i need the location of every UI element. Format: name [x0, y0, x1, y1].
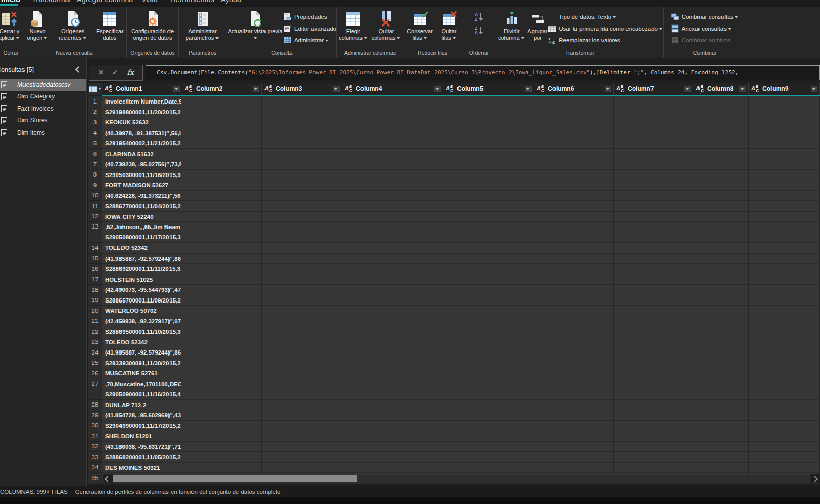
cell-empty[interactable] [182, 347, 262, 358]
cell-empty[interactable] [534, 96, 614, 107]
cell-empty[interactable] [342, 149, 443, 160]
cell-empty[interactable] [262, 316, 342, 327]
cell-empty[interactable] [614, 295, 693, 306]
cell-empty[interactable] [693, 421, 749, 432]
cell-empty[interactable] [262, 107, 342, 118]
cell-empty[interactable] [693, 463, 749, 473]
cell-empty[interactable] [342, 96, 443, 107]
cell-empty[interactable] [443, 358, 534, 369]
row-number[interactable]: 20 [88, 306, 102, 316]
filter-dropdown-button[interactable] [605, 86, 611, 92]
cell-empty[interactable] [342, 285, 443, 295]
column-header-column4[interactable]: ABCColumn4 [342, 83, 443, 95]
cell-empty[interactable] [614, 379, 693, 400]
cell-empty[interactable] [342, 316, 443, 327]
tab-ayuda[interactable]: Ayuda [221, 0, 242, 4]
cell-empty[interactable] [534, 128, 614, 139]
cell-empty[interactable] [342, 212, 443, 222]
cell-empty[interactable] [749, 243, 820, 254]
cell-column1[interactable]: (41.985887, -92.579244)",86,... [102, 347, 182, 358]
row-number[interactable]: 6 [88, 149, 102, 160]
cell-empty[interactable] [614, 180, 693, 191]
cell-empty[interactable] [749, 421, 820, 432]
cell-column1[interactable]: ,70,Muscatine,1701100,DECA...S2905090000… [102, 379, 182, 400]
cell-column1[interactable]: (42.490073, -95.544793)",47,... [102, 285, 182, 295]
configuraci-n-de-origen-de-datos-button[interactable]: Configuración de origen de datos [127, 11, 178, 41]
cell-empty[interactable] [262, 128, 342, 139]
usar-la-primera-fila-como-encabezado-button[interactable]: Usar la primera fila como encabezado [548, 24, 663, 33]
fx-icon[interactable]: fx [127, 69, 134, 77]
cell-empty[interactable] [262, 431, 342, 442]
row-number[interactable]: 8 [88, 170, 102, 181]
cell-empty[interactable] [749, 191, 820, 201]
cell-empty[interactable] [443, 442, 534, 452]
administrar-button[interactable]: Administrar [283, 36, 336, 45]
cell-empty[interactable] [693, 347, 749, 358]
cell-empty[interactable] [693, 128, 749, 139]
cell-empty[interactable] [749, 347, 820, 358]
cell-empty[interactable] [262, 159, 342, 170]
cell-empty[interactable] [182, 285, 262, 295]
cell-empty[interactable] [534, 379, 614, 400]
row-number[interactable]: 18 [88, 285, 102, 295]
row-number[interactable]: 22 [88, 326, 102, 337]
cell-empty[interactable] [182, 149, 262, 160]
cell-column1[interactable]: S28865700001,11/09/2015,2... [102, 295, 182, 306]
cell-empty[interactable] [534, 212, 614, 222]
cell-empty[interactable] [693, 107, 749, 118]
cell-empty[interactable] [262, 358, 342, 369]
sort-descending-button[interactable]: ZA [475, 26, 484, 35]
cell-column1[interactable]: KEOKUK 52632 [102, 117, 182, 128]
cell-empty[interactable] [614, 347, 693, 358]
cell-empty[interactable] [693, 316, 749, 327]
cell-empty[interactable] [342, 222, 443, 243]
cell-empty[interactable] [443, 107, 534, 118]
cell-column1[interactable]: TOLEDO 52342 [102, 337, 182, 348]
column-header-column6[interactable]: ABCColumn6 [534, 83, 614, 95]
cell-empty[interactable] [182, 159, 262, 170]
cell-empty[interactable] [614, 274, 693, 285]
cell-empty[interactable] [693, 149, 749, 160]
cell-empty[interactable] [749, 400, 820, 411]
cell-column1[interactable]: SHELDON 51201 [102, 431, 182, 442]
cell-empty[interactable] [693, 431, 749, 442]
cell-empty[interactable] [749, 431, 820, 442]
cell-empty[interactable] [182, 201, 262, 212]
cell-empty[interactable] [749, 452, 820, 463]
cell-empty[interactable] [342, 306, 443, 316]
cell-empty[interactable] [262, 201, 342, 212]
cell-empty[interactable] [534, 337, 614, 348]
cell-empty[interactable] [534, 442, 614, 452]
query-item-fact-invoices[interactable]: Fact Invoices [0, 103, 86, 115]
cell-empty[interactable] [342, 347, 443, 358]
filter-dropdown-button[interactable] [434, 86, 441, 92]
cell-empty[interactable] [443, 379, 534, 400]
cell-empty[interactable] [693, 96, 749, 107]
row-number[interactable]: 21 [88, 316, 102, 327]
cell-empty[interactable] [262, 421, 342, 432]
cell-empty[interactable] [693, 212, 749, 222]
cell-empty[interactable] [693, 264, 749, 274]
query-item-dim-stores[interactable]: Dim Stores [0, 115, 86, 127]
tab-herramientas[interactable]: Herramientas [170, 0, 214, 4]
cell-empty[interactable] [342, 201, 443, 212]
cell-empty[interactable] [749, 337, 820, 348]
cell-column1[interactable]: S28868200001,11/05/2015,2... [102, 452, 182, 463]
conservar-filas-button[interactable]: Conservar filas [403, 11, 437, 41]
row-number[interactable]: 9 [88, 180, 102, 191]
cell-column1[interactable]: S29198800001,11/20/2015,2... [102, 107, 182, 118]
cell-empty[interactable] [614, 337, 693, 348]
cell-empty[interactable] [443, 117, 534, 128]
row-number[interactable]: 33 [88, 452, 102, 463]
cell-column1[interactable]: (41.854728, -95.602969)",43,... [102, 410, 182, 421]
cell-empty[interactable] [749, 442, 820, 452]
cell-empty[interactable] [443, 128, 534, 139]
cell-empty[interactable] [443, 463, 534, 473]
cell-empty[interactable] [443, 254, 534, 264]
cell-column1[interactable]: S28869500001,11/10/2015,3... [102, 326, 182, 337]
cell-empty[interactable] [749, 379, 820, 400]
cell-empty[interactable] [262, 264, 342, 274]
filter-dropdown-button[interactable] [333, 86, 340, 92]
combinar-consultas-button[interactable]: Combinar consultas [671, 12, 739, 21]
sort-ascending-button[interactable]: AZ [475, 13, 484, 22]
